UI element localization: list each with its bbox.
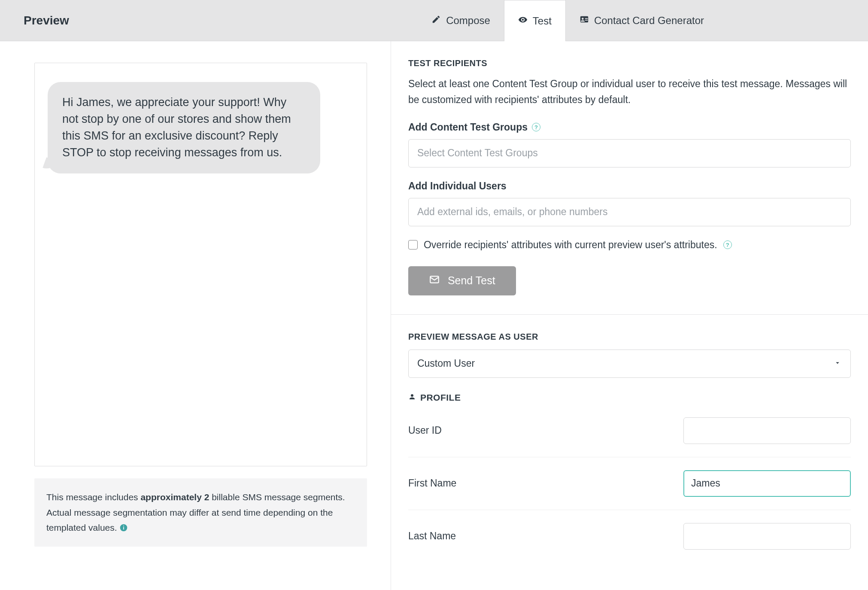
user-id-input[interactable] <box>683 417 851 444</box>
section-heading: PREVIEW MESSAGE AS USER <box>408 332 851 342</box>
profile-row-first-name: First Name <box>408 457 851 510</box>
help-icon[interactable]: ? <box>532 123 540 131</box>
first-name-input[interactable] <box>683 470 851 497</box>
override-checkbox-row: Override recipients' attributes with cur… <box>408 239 851 251</box>
profile-label: Last Name <box>408 530 456 542</box>
tab-strip-trailing-space <box>718 0 868 41</box>
help-icon[interactable]: ? <box>723 240 732 249</box>
last-name-input[interactable] <box>683 523 851 550</box>
sms-bubble: Hi James, we appreciate your support! Wh… <box>48 82 320 173</box>
tab-label: Test <box>533 15 552 27</box>
profile-subheading: PROFILE <box>408 392 851 403</box>
profile-label: First Name <box>408 477 456 489</box>
segments-note: This message includes approximately 2 bi… <box>34 478 367 547</box>
tab-label: Contact Card Generator <box>594 15 704 27</box>
sms-preview-box: Hi James, we appreciate your support! Wh… <box>34 63 367 466</box>
pencil-icon <box>431 15 441 27</box>
segments-note-prefix: This message includes <box>46 492 140 502</box>
info-icon[interactable] <box>119 523 128 532</box>
individual-users-input[interactable] <box>408 198 851 226</box>
tab-compose[interactable]: Compose <box>418 0 504 41</box>
settings-column: TEST RECIPIENTS Select at least one Cont… <box>391 41 868 590</box>
tab-strip: Compose Test Contact Card Generator <box>418 0 868 41</box>
preview-user-select[interactable] <box>408 350 851 378</box>
tab-label: Compose <box>446 15 490 27</box>
top-bar: Preview Compose Test Contact Card Genera… <box>0 0 868 41</box>
send-test-button[interactable]: Send Test <box>408 266 516 295</box>
section-description: Select at least one Content Test Group o… <box>408 76 851 108</box>
tab-contact-card[interactable]: Contact Card Generator <box>566 0 718 41</box>
section-heading: TEST RECIPIENTS <box>408 58 851 68</box>
profile-row-user-id: User ID <box>408 404 851 457</box>
preview-user-select-value[interactable] <box>408 350 851 378</box>
users-label: Add Individual Users <box>408 180 851 192</box>
segments-note-bold: approximately 2 <box>140 492 209 502</box>
test-recipients-section: TEST RECIPIENTS Select at least one Cont… <box>391 41 868 315</box>
groups-label: Add Content Test Groups ? <box>408 122 851 133</box>
svg-rect-2 <box>124 526 124 526</box>
profile-subheading-text: PROFILE <box>420 392 461 403</box>
content-test-groups-input[interactable] <box>408 139 851 167</box>
profile-label: User ID <box>408 425 442 436</box>
tab-test[interactable]: Test <box>504 0 566 41</box>
envelope-icon <box>429 274 440 288</box>
svg-rect-1 <box>124 527 124 530</box>
person-icon <box>408 392 416 403</box>
preview-column: Hi James, we appreciate your support! Wh… <box>0 41 391 590</box>
eye-icon <box>518 15 528 27</box>
preview-as-user-section: PREVIEW MESSAGE AS USER PROFILE User ID … <box>391 315 868 581</box>
id-card-icon <box>580 15 589 27</box>
override-label: Override recipients' attributes with cur… <box>424 239 717 251</box>
page-title: Preview <box>0 0 93 41</box>
override-checkbox[interactable] <box>408 240 418 249</box>
profile-row-last-name: Last Name <box>408 510 851 563</box>
send-test-label: Send Test <box>448 274 495 287</box>
groups-label-text: Add Content Test Groups <box>408 122 528 133</box>
